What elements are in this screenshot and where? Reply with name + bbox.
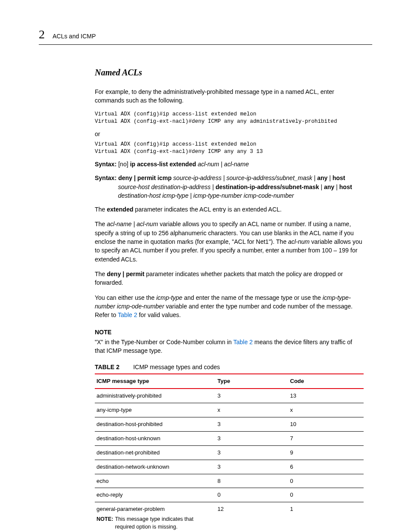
row-note-label: NOTE: [97,515,113,531]
cell-msg: destination-host-prohibited [95,417,216,432]
link-table2-a[interactable]: Table 2 [118,311,137,318]
cell-code: 10 [288,417,364,432]
table-label: TABLE 2 [95,364,119,370]
cell-msg: general-parameter-problemNOTE: This mess… [95,502,216,532]
cell-type: x [216,403,288,417]
chapter-number: 2 [39,26,45,44]
cell-msg: destination-network-unknown [95,460,216,474]
para-deny: The deny | permit parameter indicates wh… [95,270,364,287]
s2-b2: any [317,174,327,181]
s2-l2-b2: any [324,184,334,190]
table-row: destination-host-prohibited310 [95,417,364,432]
table-row: any-icmp-typexx [95,403,364,417]
para-aclname: The acl-name | acl-num variable allows y… [95,220,364,263]
pe-post: parameter indicates the ACL entry is an … [133,206,281,213]
s2-it1: source-ip-address | source-ip-address/su… [173,174,312,181]
table-row: administratively-prohibited313 [95,389,364,403]
icmp-table: ICMP message type Type Code administrati… [95,373,364,532]
s2-l2-b3: host [339,184,352,190]
th-code: Code [288,374,364,389]
para-icmp: You can either use the icmp-type and ent… [95,293,364,320]
note-heading: NOTE [95,328,364,336]
s2-l2-sep2: | [319,184,324,190]
syntax-label: Syntax: [95,161,117,168]
cell-msg: destination-net-prohibited [95,445,216,460]
cell-msg: administratively-prohibited [95,389,216,403]
pi-4: for valid values. [137,311,181,318]
cell-type: 3 [216,445,288,460]
code-block-2: Virtual ADX (config)#ip access-list exte… [95,141,364,156]
header-title: ACLs and ICMP [53,32,96,40]
syntax-pre: [no] [117,161,130,168]
table-row: destination-host-unknown37 [95,432,364,446]
cell-msg: any-icmp-type [95,403,216,417]
table-caption: TABLE 2 ICMP message types and codes [95,363,364,371]
cell-code: 13 [288,389,364,403]
code-block-1: Virtual ADX (config)#ip access-list exte… [95,111,364,125]
table-row: general-parameter-problemNOTE: This mess… [95,502,364,532]
pa-it1: acl-name | acl-num [107,221,158,227]
row-note-text: This message type indicates that require… [115,515,214,531]
table-row: destination-network-unknown36 [95,460,364,474]
cell-type: 3 [216,389,288,403]
para-extended: The extended parameter indicates the ACL… [95,205,364,214]
s2-l2-sep1: | [211,184,215,190]
table-row: echo-reply00 [95,488,364,502]
s2-l2-b1: destination-ip-address/subnet-mask [215,184,319,190]
s2-l2-it1: source-host destination-ip-address [118,184,211,190]
cell-code: 9 [288,445,364,460]
cell-type: 8 [216,474,288,488]
cell-type: 0 [216,488,288,502]
note-body: "X" in the Type-Number or Code-Number co… [95,338,364,355]
s2-sep2: | [327,174,332,181]
table-row: echo80 [95,474,364,488]
pi-2: and enter the name of the message type o… [182,294,322,301]
link-table2-b[interactable]: Table 2 [233,339,252,345]
th-type: Type [216,374,288,389]
s2-l2-sep3: | [334,184,339,190]
row-note: NOTE: This message type indicates that r… [97,515,214,531]
pe-pre: The [95,206,107,213]
syntax-1: Syntax: [no] ip access-list extended acl… [95,160,364,168]
content: Named ACLs For example, to deny the admi… [95,66,364,532]
cell-type: 12 [216,502,288,532]
pd-bold: deny | permit [107,271,144,277]
pa-1: The [95,221,107,227]
table-row: destination-net-prohibited39 [95,445,364,460]
cell-code: 7 [288,432,364,446]
cell-msg: destination-host-unknown [95,432,216,446]
intro-paragraph: For example, to deny the administrativel… [95,87,364,105]
cell-code: 6 [288,460,364,474]
cell-code: 1 [288,502,364,532]
s2-b3: host [333,174,346,181]
pi-1: You can either use the [95,294,156,301]
cell-msg: echo-reply [95,488,216,502]
table-header-row: ICMP message type Type Code [95,374,364,389]
s2-sep1: | [312,174,317,181]
cell-type: 3 [216,417,288,432]
syntax-italic: acl-num | acl-name [198,161,249,168]
pe-bold: extended [107,206,133,213]
table-title: ICMP message types and codes [133,364,220,370]
nb-1: "X" in the Type-Number or Code-Number co… [95,339,233,345]
cell-code: 0 [288,488,364,502]
cell-msg: echo [95,474,216,488]
or-text: or [95,130,364,138]
pi-it1: icmp-type [156,294,183,301]
cell-code: 0 [288,474,364,488]
pa-it2: acl-num [288,238,310,245]
page-header: 2 ACLs and ICMP [39,26,372,45]
pd-pre: The [95,271,107,277]
syntax-label-2: Syntax: [95,174,117,181]
section-title: Named ACLs [95,66,364,79]
syntax-bold: ip access-list extended [130,161,198,168]
cell-type: 3 [216,460,288,474]
s2-l3: destination-host icmp-type | icmp-type-n… [95,191,364,200]
cell-type: 3 [216,432,288,446]
cell-code: x [288,403,364,417]
th-msg: ICMP message type [95,374,216,389]
syntax-2: Syntax: deny | permit icmp source-ip-add… [95,174,364,200]
s2-b1: deny | permit icmp [117,174,174,181]
